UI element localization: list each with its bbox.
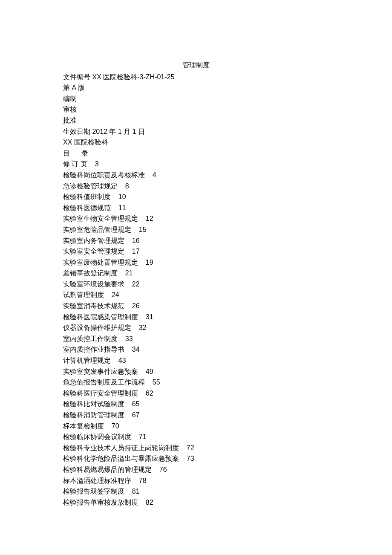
toc-entry-gap: [179, 455, 187, 462]
toc-entry-gap: [124, 237, 132, 244]
toc-entry-page: 73: [187, 455, 194, 462]
toc-entry-label: 检验科医疗安全管理制度: [63, 390, 138, 397]
toc-entry-label: 检验科医德规范: [63, 204, 111, 211]
effective-date-line: 生效日期 2012 年 1 月 1 日: [63, 126, 329, 137]
effective-date-value: 2012 年 1 月 1 日: [92, 128, 145, 135]
toc-entry-gap: [179, 444, 187, 451]
doc-number-value: XX 医院检验科-3-ZH-01-25: [92, 73, 174, 81]
toc-entry: 检验科专业技术人员持证上岗轮岗制度 72: [63, 442, 329, 454]
toc-entry-gap: [145, 379, 153, 386]
toc-entry-gap: [104, 291, 112, 298]
toc-entry-page: 49: [146, 368, 153, 375]
toc-entry-gap: [138, 368, 146, 375]
reviewed-line: 审核: [63, 104, 329, 115]
toc-entry-gap: [111, 357, 118, 364]
toc-entry-label: 急诊检验管理规定: [63, 182, 118, 190]
toc-entry-page: 62: [146, 390, 153, 397]
toc-entry: 检验科易燃易爆品的管理规定 76: [63, 464, 329, 475]
toc-entry-label: 检验科比对试验制度: [63, 400, 124, 408]
toc-entry-label: 室内质控作业指导书: [63, 346, 124, 353]
effective-date-label: 生效日期: [63, 128, 92, 135]
toc-entry: 检验报告双签字制度 81: [63, 486, 329, 497]
toc-entry-page: 33: [125, 335, 133, 342]
toc-entry: 检验科医院感染管理制度 31: [63, 312, 329, 323]
toc-entry-gap: [104, 422, 112, 430]
toc-entry-page: 12: [146, 215, 153, 222]
toc-entry-gap: [124, 488, 132, 495]
toc-entry: 检验科值班制度 10: [63, 191, 329, 202]
toc-entry-gap: [111, 193, 118, 200]
toc-entry-label: 检验科岗位职责及考核标准: [63, 171, 145, 179]
toc-entry-label: 检验科消防管理制度: [63, 411, 124, 419]
toc-entry-page: 21: [125, 269, 133, 277]
toc-entry-gap: [118, 335, 125, 342]
toc-entry-label: 计算机管理规定: [63, 357, 111, 364]
toc-entry-gap: [138, 499, 146, 506]
toc-entry-label: 标本溢洒处理标准程序: [63, 477, 131, 484]
toc-entry: 检验科化学危险品溢出与暴露应急预案 73: [63, 453, 329, 464]
toc-entry-gap: [87, 160, 95, 168]
toc-entry: 室内质控工作制度 33: [63, 333, 329, 344]
toc-entry: 试剂管理制度 24: [63, 289, 329, 301]
toc-entry-label: 差错事故登记制度: [63, 269, 118, 277]
toc-entry-label: 检验科易燃易爆品的管理规定: [63, 466, 152, 473]
toc-entry: 危急值报告制度及工作流程 55: [63, 377, 329, 388]
toc-entry-page: 34: [132, 346, 140, 353]
toc-entry-page: 32: [139, 324, 147, 331]
toc-entry-label: 实验室生物安全管理规定: [63, 215, 138, 222]
toc-entry-page: 72: [187, 444, 194, 451]
toc-entry: 实验室危险品管理规定 15: [63, 224, 329, 235]
toc-entry-label: 检验报告单审核发放制度: [63, 499, 138, 506]
toc-entry: 检验临床协调会议制度 71: [63, 431, 329, 442]
toc-entry-gap: [145, 171, 153, 179]
toc-entry-gap: [131, 433, 139, 440]
toc-entry-page: 82: [146, 499, 153, 506]
toc-entry: 检验科比对试验制度 65: [63, 399, 329, 410]
toc-entry-page: 19: [146, 259, 153, 266]
toc-entry-gap: [138, 215, 146, 222]
toc-entry-label: 修 订 页: [63, 160, 87, 168]
doc-number-line: 文件编号 XX 医院检验科-3-ZH-01-25: [63, 72, 329, 83]
toc-entry-page: 71: [139, 433, 147, 440]
toc-entry-gap: [124, 248, 132, 255]
toc-entry: 计算机管理规定 43: [63, 355, 329, 366]
toc-entry-page: 4: [153, 171, 156, 179]
toc-entry-label: 检验科化学危险品溢出与暴露应急预案: [63, 455, 179, 462]
toc-entry-label: 标本复检制度: [63, 422, 104, 430]
toc-entry-gap: [131, 324, 139, 331]
toc-entry-label: 实验室废物处置管理规定: [63, 259, 138, 266]
document-title: 管理制度: [63, 60, 329, 71]
toc-entry-gap: [124, 400, 132, 408]
toc-entry: 修 订 页 3: [63, 159, 329, 170]
toc-entry-gap: [131, 477, 139, 484]
toc-entry-page: 31: [146, 313, 153, 321]
toc-entry-page: 55: [153, 379, 160, 386]
toc-entry-page: 76: [159, 466, 167, 473]
toc-entry-label: 实验室内务管理规定: [63, 237, 124, 244]
toc-entry: 室内质控作业指导书 34: [63, 344, 329, 355]
toc-entry-label: 检验临床协调会议制度: [63, 433, 131, 440]
toc-entry-label: 仪器设备操作维护规定: [63, 324, 131, 331]
toc-entry-label: 实验室环境设施要求: [63, 280, 124, 288]
version-line: 第 A 版: [63, 82, 329, 93]
toc-entry-label: 危急值报告制度及工作流程: [63, 379, 145, 386]
toc-entry-gap: [138, 259, 146, 266]
toc-entry-gap: [138, 313, 146, 321]
toc-entry-page: 3: [95, 160, 99, 168]
toc-entry-page: 43: [118, 357, 126, 364]
toc-entry-label: 检验科专业技术人员持证上岗轮岗制度: [63, 444, 179, 451]
toc-entry-page: 65: [132, 400, 140, 408]
toc-entry: 实验室突发事件应急预案 49: [63, 366, 329, 377]
toc-entry-gap: [152, 466, 159, 473]
prepared-line: 编制: [63, 93, 329, 104]
toc-entry-page: 26: [132, 302, 140, 309]
toc-entry: 实验室废物处置管理规定 19: [63, 257, 329, 268]
toc-entry: 检验科医疗安全管理制度 62: [63, 388, 329, 399]
toc-entry-page: 15: [139, 226, 147, 233]
toc-entry: 实验室消毒技术规范 26: [63, 301, 329, 312]
toc-entry: 检验报告单审核发放制度 82: [63, 497, 329, 508]
toc-entry-page: 22: [132, 280, 140, 288]
toc-entry-label: 实验室突发事件应急预案: [63, 368, 138, 375]
toc-entry: 实验室环境设施要求 22: [63, 279, 329, 290]
toc-entry-page: 10: [118, 193, 126, 200]
